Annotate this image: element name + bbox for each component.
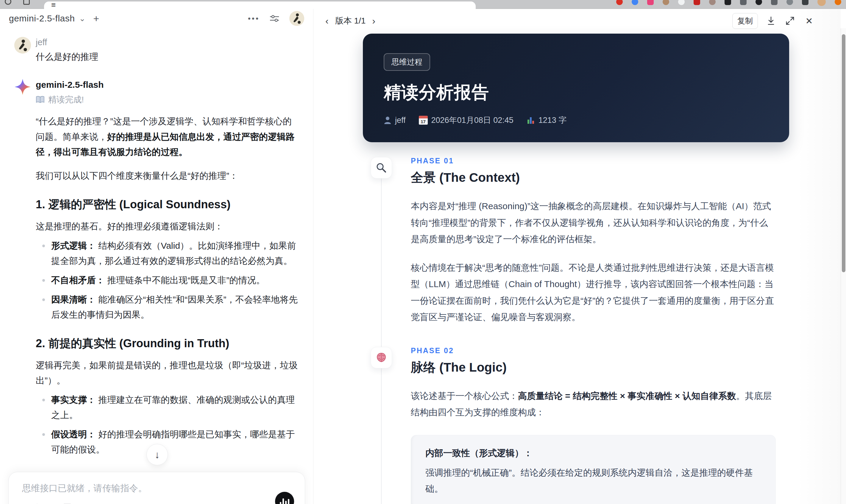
panel-edge-shadow bbox=[796, 9, 841, 504]
list-item: 不自相矛盾： 推理链条中不能出现“既是又非”的情况。 bbox=[36, 272, 299, 288]
browser-apps-grid-icon[interactable] bbox=[23, 0, 30, 5]
extension-icon-light[interactable] bbox=[678, 0, 685, 5]
section-lead-2: 逻辑再完美，如果前提是错误的，推理也是垃圾（即“垃圾进，垃圾出”）。 bbox=[36, 358, 299, 388]
bar-chart-icon bbox=[527, 116, 535, 124]
extension-icon-dark-1[interactable] bbox=[725, 0, 731, 5]
extension-icon-tan[interactable] bbox=[663, 0, 669, 5]
report-hero-card: 思维过程 精读分析报告 jeff bbox=[363, 34, 789, 142]
artifact-actions: 复制 ✕ bbox=[732, 13, 815, 29]
section-heading-1: 1. 逻辑的严密性 (Logical Soundness) bbox=[36, 197, 299, 212]
phase-paragraph: 本内容是对“推理 (Reasoning)”这一抽象概念的高层建模。在知识爆炸与人… bbox=[411, 198, 776, 248]
user-message-text: 什么是好的推理 bbox=[36, 51, 299, 63]
assistant-status: 精读完成! bbox=[36, 94, 299, 105]
chevron-down-icon[interactable]: ⌄ bbox=[79, 14, 85, 23]
version-prev-icon[interactable]: ‹ bbox=[325, 16, 329, 26]
phase-section-1: PHASE 01 全景 (The Context) 本内容是对“推理 (Reas… bbox=[363, 157, 789, 325]
chat-header: gemini-2.5-flash ⌄ + ••• bbox=[0, 9, 313, 28]
extension-icon-grey-1[interactable] bbox=[740, 0, 746, 5]
model-settings-sliders-icon[interactable] bbox=[268, 13, 280, 24]
message-composer[interactable]: 思维接口已就绪，请传输指令。 + ❖ bbox=[8, 472, 305, 504]
tab-menu-icon[interactable]: ≡ bbox=[51, 0, 56, 10]
extension-icon-brown[interactable] bbox=[709, 0, 716, 5]
model-selector[interactable]: gemini-2.5-flash bbox=[9, 13, 75, 23]
report-word-count: 1213 字 bbox=[527, 115, 567, 126]
scroll-to-bottom-button[interactable]: ↓ bbox=[146, 444, 168, 465]
extension-icon-red[interactable] bbox=[616, 0, 623, 5]
extension-icon-dark-3[interactable] bbox=[802, 0, 809, 5]
extension-icon-crimson[interactable] bbox=[693, 0, 700, 5]
composer-input[interactable]: 思维接口已就绪，请传输指令。 bbox=[22, 482, 292, 494]
phase-formula-paragraph: 该论述基于一个核心公式：高质量结论 = 结构完整性 × 事实准确性 × 认知自律… bbox=[411, 388, 776, 421]
copy-button[interactable]: 复制 bbox=[732, 13, 758, 29]
version-next-icon[interactable]: › bbox=[372, 16, 375, 26]
magnifier-icon bbox=[371, 157, 392, 179]
waveform-icon bbox=[288, 499, 289, 504]
browser-extensions-row bbox=[616, 0, 841, 6]
report-phases: PHASE 01 全景 (The Context) 本内容是对“推理 (Reas… bbox=[363, 157, 789, 504]
version-navigator: ‹ 版本 1/1 › bbox=[325, 15, 375, 26]
user-avatar bbox=[14, 37, 31, 54]
report-document: 思维过程 精读分析报告 jeff bbox=[363, 34, 789, 504]
user-avatar[interactable] bbox=[289, 11, 304, 26]
dimensions-intro: 我们可以从以下四个维度来衡量什么是“好的推理”： bbox=[36, 168, 299, 184]
dimension-card-1: 内部一致性（形式逻辑）： 强调推理的“机械正确”。结论必须在给定的规则系统内逻辑… bbox=[411, 435, 776, 504]
more-options-icon[interactable]: ••• bbox=[248, 14, 260, 23]
extension-icon-blue[interactable] bbox=[632, 0, 638, 5]
screen: ≡ gemini-2.5-flash ⌄ + ••• bbox=[0, 0, 846, 504]
extension-icon-orange[interactable] bbox=[835, 0, 841, 5]
assistant-status-text: 精读完成! bbox=[48, 94, 84, 105]
card-text: 强调推理的“机械正确”。结论必须在给定的规则系统内逻辑自洽，这是推理的硬件基础。 bbox=[425, 465, 761, 497]
report-badge: 思维过程 bbox=[384, 53, 430, 71]
logic-dimension-cards: 内部一致性（形式逻辑）： 强调推理的“机械正确”。结论必须在给定的规则系统内逻辑… bbox=[411, 435, 789, 504]
extension-icon-pink[interactable] bbox=[647, 0, 654, 5]
user-message-row: jeff 什么是好的推理 bbox=[14, 37, 299, 63]
extension-icon-dark-2[interactable] bbox=[756, 0, 762, 5]
phase-title: 全景 (The Context) bbox=[411, 169, 789, 186]
open-book-icon bbox=[36, 96, 45, 104]
close-icon[interactable]: ✕ bbox=[803, 15, 815, 27]
app-window: gemini-2.5-flash ⌄ + ••• bbox=[0, 9, 846, 504]
browser-history-icon[interactable] bbox=[5, 0, 11, 5]
artifact-panel: ‹ 版本 1/1 › 复制 bbox=[314, 9, 846, 504]
waveform-icon bbox=[280, 502, 281, 504]
card-title: 内部一致性（形式逻辑）： bbox=[425, 447, 761, 460]
assistant-name: gemini-2.5-flash bbox=[36, 80, 299, 90]
waveform-icon bbox=[285, 501, 287, 504]
report-title: 精读分析报告 bbox=[384, 81, 768, 104]
assistant-intro-paragraph: “什么是好的推理？”这是一个涉及逻辑学、认知科学和哲学核心的问题。简单来说，好的… bbox=[36, 114, 299, 160]
extension-icon-grey-2[interactable] bbox=[771, 0, 777, 5]
arrow-down-icon: ↓ bbox=[155, 449, 160, 461]
waveform-icon bbox=[282, 498, 284, 504]
chat-panel: gemini-2.5-flash ⌄ + ••• bbox=[0, 9, 314, 504]
extension-icon-grey-3[interactable] bbox=[787, 0, 793, 5]
section-heading-2: 2. 前提的真实性 (Grounding in Truth) bbox=[36, 336, 299, 351]
list-item: 形式逻辑： 结构必须有效（Valid）。比如演绎推理中，如果前提全部为真，那么通… bbox=[36, 238, 299, 268]
section-lead-1: 这是推理的基石。好的推理必须遵循逻辑法则： bbox=[36, 219, 299, 234]
download-icon[interactable] bbox=[765, 15, 777, 27]
scrollbar-thumb[interactable] bbox=[842, 34, 845, 272]
version-label: 版本 1/1 bbox=[335, 15, 366, 26]
new-chat-button[interactable]: + bbox=[93, 13, 99, 24]
phase-title: 脉络 (The Logic) bbox=[411, 359, 789, 376]
list-item: 因果清晰： 能准确区分“相关性”和“因果关系”，不会轻率地将先后发生的事情归为因… bbox=[36, 292, 299, 322]
person-icon bbox=[384, 116, 391, 124]
browser-chrome: ≡ bbox=[0, 0, 846, 9]
browser-address-bar[interactable]: ≡ bbox=[44, 1, 476, 9]
gemini-star-icon bbox=[14, 78, 31, 95]
artifact-scrollbar[interactable] bbox=[841, 28, 846, 504]
phase-label: PHASE 01 bbox=[411, 157, 789, 165]
fullscreen-expand-icon[interactable] bbox=[784, 15, 796, 27]
section-list-2: 事实支撑： 推理建立在可靠的数据、准确的观测或公认的真理之上。 假设透明： 好的… bbox=[36, 392, 299, 457]
report-meta: jeff 17 2026年01月08日 02:45 bbox=[384, 115, 768, 126]
phase-section-2: PHASE 02 脉络 (The Logic) 该论述基于一个核心公式：高质量结… bbox=[363, 346, 789, 504]
report-author: jeff bbox=[384, 116, 406, 125]
report-date: 17 2026年01月08日 02:45 bbox=[419, 115, 513, 126]
profile-avatar-icon[interactable] bbox=[817, 0, 826, 6]
section-list-1: 形式逻辑： 结构必须有效（Valid）。比如演绎推理中，如果前提全部为真，那么通… bbox=[36, 238, 299, 322]
brain-icon bbox=[371, 347, 392, 368]
phase-paragraph: 核心情境在于解决“思考的随意性”问题。不论是人类通过批判性思维进行决策，还是大语… bbox=[411, 259, 776, 325]
phase-label: PHASE 02 bbox=[411, 346, 789, 355]
chat-messages[interactable]: jeff 什么是好的推理 bbox=[0, 28, 313, 504]
assistant-message-row: gemini-2.5-flash 精读完成! “什么是好的推理？”这是一个涉及逻… bbox=[14, 78, 299, 504]
calendar-icon: 17 bbox=[419, 116, 428, 125]
